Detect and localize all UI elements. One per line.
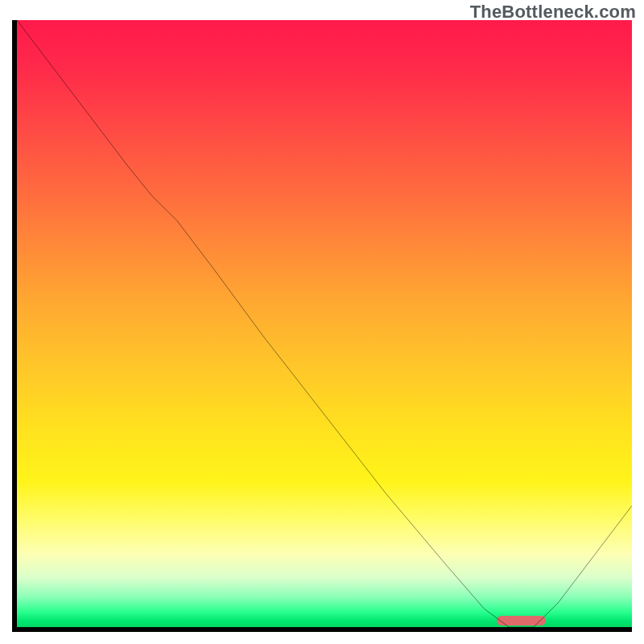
chart-axes-frame xyxy=(12,20,632,632)
bottleneck-curve xyxy=(17,20,632,627)
watermark-text: TheBottleneck.com xyxy=(470,2,636,23)
